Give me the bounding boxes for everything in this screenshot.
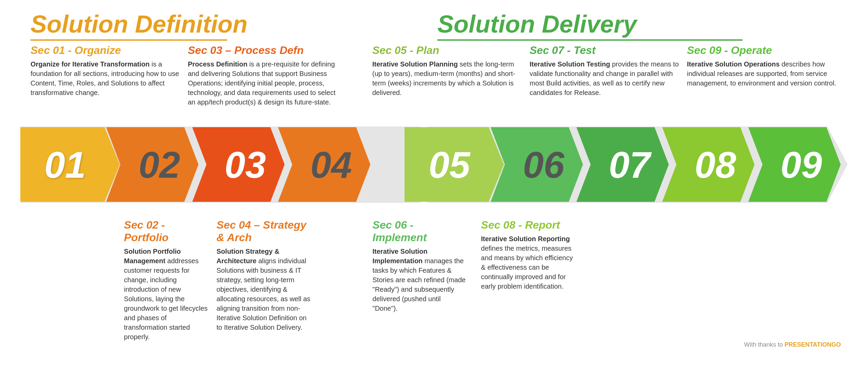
arrow-05-num: 05 xyxy=(429,143,470,186)
sec09-title: Sec 09 - Operate xyxy=(687,44,837,57)
sec05-body: Iterative Solution Planning sets the lon… xyxy=(372,59,523,97)
sec08-bold: Iterative Solution Reporting xyxy=(481,235,570,243)
sec09-body: Iterative Solution Operations describes … xyxy=(687,59,837,88)
sec07-title: Sec 07 - Test xyxy=(530,44,680,57)
sec05-title: Sec 05 - Plan xyxy=(372,44,523,57)
arrow-09-wrapper: 09 xyxy=(748,120,848,209)
definition-header: Solution Definition xyxy=(31,10,437,41)
sec03-title: Sec 03 – Process Defn xyxy=(188,44,338,57)
arrow-05-wrapper: 05 xyxy=(405,120,504,209)
sec08-title: Sec 08 - Report xyxy=(481,219,576,231)
sec02-title: Sec 02 - Portfolio xyxy=(124,219,210,244)
sec01-bold: Organize for Iterative Transformation xyxy=(31,60,150,68)
sec08-desc: Sec 08 - Report Iterative Solution Repor… xyxy=(481,219,576,342)
bottom-descriptions: Sec 02 - Portfolio Solution Portfolio Ma… xyxy=(20,219,848,342)
watermark-brand: PRESENTATIONGO xyxy=(785,341,841,348)
sec04-title: Sec 04 – Strategy & Arch xyxy=(217,219,312,244)
sec07-desc: Sec 07 - Test Iterative Solution Testing… xyxy=(530,44,680,107)
sec01-desc: Sec 01 - Organize Organize for Iterative… xyxy=(31,44,181,107)
sec05-desc: Sec 05 - Plan Iterative Solution Plannin… xyxy=(372,44,523,107)
arrow-02-wrapper: 02 xyxy=(106,120,205,209)
sec04-body: Solution Strategy & Architecture aligns … xyxy=(217,247,312,332)
arrow-08-wrapper: 08 xyxy=(662,120,762,209)
arrow-06-num-wrapper: 06 xyxy=(491,127,590,202)
colored-arrows-row: 01 02 03 xyxy=(20,117,848,212)
top-descriptions: Sec 01 - Organize Organize for Iterative… xyxy=(20,44,848,107)
spacer-mid xyxy=(345,44,366,107)
arrow-03-wrapper: 03 xyxy=(192,120,292,209)
sec06-title: Sec 06 - Implement xyxy=(373,219,468,244)
sec02-desc: Sec 02 - Portfolio Solution Portfolio Ma… xyxy=(124,219,210,342)
fill-right xyxy=(583,219,837,342)
sec03-bold: Process Definition xyxy=(188,60,248,68)
arrow-02-num-wrapper: 02 xyxy=(106,127,205,202)
sec06-body: Iterative Solution Implementation manage… xyxy=(373,247,468,313)
sec06-text: manages the tasks by which Features & St… xyxy=(373,257,466,312)
arrow-06-num: 06 xyxy=(523,143,564,186)
arrow-04-num: 04 xyxy=(310,143,352,186)
sec03-body: Process Definition is a pre-requisite fo… xyxy=(188,59,338,107)
arrow-07-wrapper: 07 xyxy=(576,120,676,209)
arrow-09-num: 09 xyxy=(781,143,822,186)
arrow-01-wrapper: 01 xyxy=(20,120,120,209)
page-container: Solution Definition Solution Delivery Se… xyxy=(0,0,868,355)
arrow-08-num-wrapper: 08 xyxy=(662,127,762,202)
arrow-06-wrapper: 06 xyxy=(491,120,590,209)
arrow-03-num: 03 xyxy=(224,143,266,186)
sec07-body: Iterative Solution Testing provides the … xyxy=(530,59,680,97)
arrow-05-num-wrapper: 05 xyxy=(405,127,494,202)
sec04-text: aligns individual Solutions with busines… xyxy=(217,257,311,331)
delivery-header: Solution Delivery xyxy=(437,10,837,41)
arrow-07-num-wrapper: 07 xyxy=(576,127,676,202)
sec08-body: Iterative Solution Reporting defines the… xyxy=(481,234,576,291)
sec01-body: Organize for Iterative Transformation is… xyxy=(31,59,181,97)
solution-definition-title: Solution Definition xyxy=(31,10,437,38)
watermark: With thanks to PRESENTATIONGO xyxy=(744,341,841,348)
header-section: Solution Definition Solution Delivery xyxy=(20,10,848,41)
arrow-02-num: 02 xyxy=(139,143,180,186)
watermark-prefix: With thanks to xyxy=(744,341,785,348)
sec05-bold: Iterative Solution Planning xyxy=(372,60,458,68)
arrow-04-num-wrapper: 04 xyxy=(278,127,377,202)
arrow-01-num: 01 xyxy=(44,143,86,186)
arrow-03-num-wrapper: 03 xyxy=(192,127,292,202)
sec09-desc: Sec 09 - Operate Iterative Solution Oper… xyxy=(687,44,837,107)
sec02-text: addresses customer requests for change, … xyxy=(124,257,208,341)
arrow-07-num: 07 xyxy=(609,143,650,186)
sec02-body: Solution Portfolio Management addresses … xyxy=(124,247,210,342)
arrow-08-num: 08 xyxy=(695,143,736,186)
arrow-09-num-wrapper: 09 xyxy=(748,127,848,202)
bottom-spacer xyxy=(318,219,366,342)
sec03-desc: Sec 03 – Process Defn Process Definition… xyxy=(188,44,338,107)
delivery-underline xyxy=(437,39,743,41)
sec04-desc: Sec 04 – Strategy & Arch Solution Strate… xyxy=(217,219,312,342)
arrow-01-num-wrapper: 01 xyxy=(20,127,110,202)
arrows-section: 01 02 03 xyxy=(20,117,848,212)
definition-underline xyxy=(31,39,227,41)
sec08-text: defines the metrics, measures and means … xyxy=(481,245,573,290)
sec09-bold: Iterative Solution Operations xyxy=(687,60,780,68)
solution-delivery-title: Solution Delivery xyxy=(437,10,837,38)
arrow-04-wrapper: 04 xyxy=(278,120,377,209)
sec06-bold: Iterative Solution Implementation xyxy=(373,248,428,265)
sec06-desc: Sec 06 - Implement Iterative Solution Im… xyxy=(373,219,468,342)
sec01-title: Sec 01 - Organize xyxy=(31,44,181,57)
sec07-bold: Iterative Solution Testing xyxy=(530,60,610,68)
